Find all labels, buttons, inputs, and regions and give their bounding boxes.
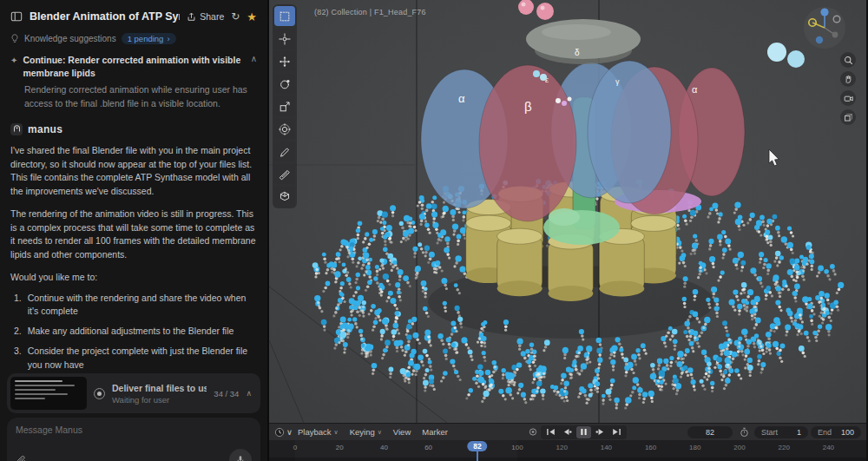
share-icon <box>187 12 196 22</box>
assistant-identity: manus <box>10 123 257 135</box>
screen: Blender Animation of ATP Syntha... Share… <box>0 0 868 461</box>
playback-controls <box>541 425 627 439</box>
favorite-star-icon[interactable]: ★ <box>247 10 257 23</box>
viewport-toolbar <box>273 4 297 208</box>
current-frame-field[interactable]: 82 <box>687 426 733 438</box>
message-paragraph: The rendering of the animation video is … <box>10 207 257 262</box>
select-box-tool-icon[interactable] <box>274 6 295 26</box>
orthographic-toggle-icon[interactable] <box>840 109 856 125</box>
sparkle-icon: ✦ <box>10 54 17 67</box>
bulb-icon <box>10 34 19 43</box>
continue-suggestion[interactable]: ✦ Continue: Render corrected animation w… <box>10 54 257 79</box>
previous-keyframe-button[interactable] <box>560 426 575 438</box>
timeline-tick: 20 <box>336 444 344 451</box>
timeline-ruler[interactable]: 020406010012014016018020022024082 <box>269 440 866 461</box>
frame-end-field[interactable]: End100 <box>811 426 861 438</box>
cursor-tool-icon[interactable] <box>274 29 295 49</box>
manus-logo-icon <box>10 123 23 135</box>
playhead-line <box>477 451 478 461</box>
mouse-cursor <box>769 149 779 166</box>
svg-text:α: α <box>692 84 698 95</box>
navigation-gizmo[interactable] <box>802 5 847 50</box>
viewport-info-text: (82) Collection | F1_Head_F76 <box>314 8 426 16</box>
frame-start-field[interactable]: Start1 <box>754 426 808 438</box>
continue-suggestion-body: Rendering corrected animation while ensu… <box>24 83 257 111</box>
task-progress-count: 34 / 34 <box>214 389 239 398</box>
editor-type-clock-icon[interactable]: ∨ <box>274 427 293 438</box>
annotate-tool-icon[interactable] <box>274 142 295 161</box>
message-paragraph: I've shared the final Blender file with … <box>10 144 257 199</box>
task-progress-card[interactable]: Deliver final files to user Waiting for … <box>7 373 260 413</box>
svg-text:δ: δ <box>575 48 580 57</box>
timeline-tick: 40 <box>380 444 388 451</box>
svg-text:α: α <box>458 92 465 105</box>
out-of-range-dim <box>269 440 295 461</box>
option-list-item: 2.Make any additional adjustments to the… <box>14 325 257 339</box>
task-title: Deliver final files to user <box>112 383 207 393</box>
message-composer[interactable] <box>7 418 260 461</box>
blender-3d-viewport[interactable]: αβδεγα (82) Collection | F1_Head_F76 <box>269 0 866 423</box>
viewport-controls <box>840 52 856 125</box>
blender-timeline: ∨ Playback∨ Keying∨ View Marker <box>269 423 866 461</box>
options-list: 1.Continue with the rendering and share … <box>14 292 257 372</box>
jump-to-start-button[interactable] <box>543 426 558 438</box>
message-paragraph: Would you like me to: <box>10 271 257 285</box>
svg-text:γ: γ <box>615 77 620 86</box>
sidebar-toggle-icon[interactable] <box>10 10 23 23</box>
pan-hand-icon[interactable] <box>840 71 856 87</box>
next-keyframe-button[interactable] <box>593 426 608 438</box>
chat-header: Blender Animation of ATP Syntha... Share… <box>10 7 257 26</box>
pause-button[interactable] <box>576 426 591 438</box>
chat-panel: Blender Animation of ATP Syntha... Share… <box>0 0 269 461</box>
assistant-name: manus <box>28 123 62 135</box>
task-status: Waiting for user <box>112 395 207 405</box>
pending-badge[interactable]: 1 pending› <box>122 33 176 44</box>
add-cube-tool-icon[interactable] <box>274 187 295 207</box>
move-tool-icon[interactable] <box>274 51 295 71</box>
svg-text:β: β <box>524 99 532 114</box>
history-icon[interactable]: ↻ <box>231 10 240 23</box>
blender-window: αβδεγα (82) Collection | F1_Head_F76 <box>269 0 866 461</box>
timeline-tick: 60 <box>424 444 432 451</box>
message-input[interactable] <box>16 425 252 442</box>
auto-keying-button[interactable] <box>526 426 541 438</box>
menu-playback[interactable]: Playback∨ <box>298 427 339 437</box>
option-list-item: 1.Continue with the rendering and share … <box>14 292 257 319</box>
rotate-tool-icon[interactable] <box>274 74 295 94</box>
playhead[interactable]: 82 <box>467 441 487 451</box>
menu-marker[interactable]: Marker <box>422 427 448 437</box>
camera-view-icon[interactable] <box>840 90 856 106</box>
chevron-up-icon[interactable]: ∧ <box>246 389 252 398</box>
scale-tool-icon[interactable] <box>274 96 295 116</box>
menu-keying[interactable]: Keying∨ <box>350 427 382 437</box>
timeline-header: ∨ Playback∨ Keying∨ View Marker <box>269 424 866 440</box>
task-thumbnail <box>10 377 87 410</box>
knowledge-suggestions-label: Knowledge suggestions <box>24 34 116 43</box>
chat-scroll-area[interactable]: Blender Animation of ATP Syntha... Share… <box>0 0 267 372</box>
voice-input-button[interactable] <box>229 449 252 461</box>
task-status-icon <box>94 388 105 399</box>
chevron-right-icon: › <box>167 34 169 43</box>
measure-tool-icon[interactable] <box>274 164 295 184</box>
preview-range-stopwatch-icon[interactable] <box>740 427 749 438</box>
atp-synthase-scene: αβδεγα <box>269 0 866 423</box>
conversation-title: Blender Animation of ATP Syntha... <box>30 10 180 23</box>
menu-view[interactable]: View <box>393 427 411 437</box>
out-of-range-dim <box>517 440 866 461</box>
share-button[interactable]: Share <box>187 11 224 22</box>
continue-suggestion-title: Continue: Render corrected animation wit… <box>23 54 245 79</box>
chevron-up-icon[interactable]: ∧ <box>251 54 257 63</box>
knowledge-suggestions-row[interactable]: Knowledge suggestions 1 pending› <box>10 31 257 45</box>
zoom-icon[interactable] <box>840 52 856 68</box>
option-list-item: 3.Consider the project complete with jus… <box>14 345 257 372</box>
transform-tool-icon[interactable] <box>274 119 295 139</box>
assistant-message: I've shared the final Blender file with … <box>10 144 257 372</box>
attach-icon[interactable] <box>16 455 27 461</box>
jump-to-end-button[interactable] <box>609 426 624 438</box>
